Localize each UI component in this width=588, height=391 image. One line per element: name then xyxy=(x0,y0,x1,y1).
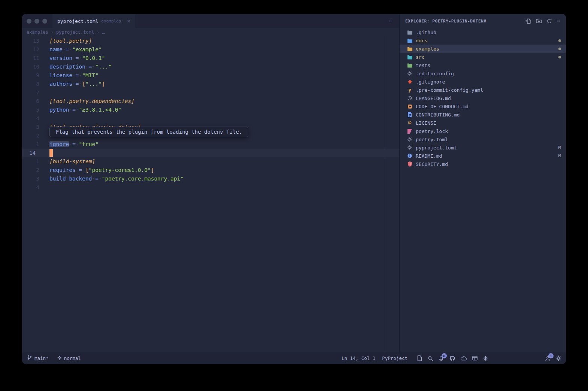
new-folder-icon[interactable] xyxy=(536,18,542,24)
breadcrumb-item[interactable]: pyproject.toml xyxy=(56,30,94,35)
tree-item[interactable]: .github xyxy=(400,28,566,36)
bell-icon[interactable]: 8 xyxy=(439,355,444,361)
more-icon[interactable]: ⋯ xyxy=(557,19,560,23)
tab-pyproject-toml[interactable]: pyproject.toml examples × xyxy=(52,14,135,28)
code-line[interactable]: 5python·=·"≥3.8.1,<4.0" xyxy=(22,106,399,114)
cloud-icon[interactable] xyxy=(461,356,467,361)
license-icon: © xyxy=(407,120,413,126)
language-mode-status[interactable]: PyProject xyxy=(382,355,407,361)
account-icon[interactable]: 1 xyxy=(545,355,551,361)
code-line[interactable]: 6[tool.poetry.dependencies] xyxy=(22,97,399,106)
settings-gear-icon[interactable] xyxy=(556,355,561,361)
refresh-icon[interactable] xyxy=(546,18,552,24)
line-number: 2 xyxy=(22,131,43,140)
file-name: examples xyxy=(416,46,555,52)
code-line[interactable]: 1[build-system] xyxy=(22,157,399,166)
code-line[interactable]: 8authors·=·["..."] xyxy=(22,80,399,88)
tab-title: pyproject.toml xyxy=(57,18,98,24)
tree-item[interactable]: tests xyxy=(400,61,566,69)
code-text: [tool.poetry] xyxy=(49,37,92,45)
git-branch-status[interactable]: main* xyxy=(27,355,49,361)
new-file-icon[interactable] xyxy=(525,18,531,24)
tree-item[interactable]: CHANGELOG.md xyxy=(400,94,566,102)
tab-directory-hint: examples xyxy=(101,19,121,24)
code-editor[interactable]: 13[tool.poetry]12name·=·"example"11versi… xyxy=(22,36,399,352)
traffic-light-close[interactable] xyxy=(27,19,31,24)
line-number: 14 xyxy=(22,149,43,157)
line-number: 9 xyxy=(22,71,43,80)
tree-item[interactable]: pyproject.tomlM xyxy=(400,143,566,152)
status-bar: main* normal Ln 14, Col 1 PyProject 8 1 xyxy=(22,352,566,364)
tree-item[interactable]: SECURITY.md xyxy=(400,160,566,168)
file-name: docs xyxy=(416,38,555,43)
tree-item[interactable]: poetry.lock xyxy=(400,127,566,135)
traffic-light-minimize[interactable] xyxy=(34,19,39,24)
search-icon[interactable] xyxy=(428,356,433,361)
line-number: 13 xyxy=(22,37,43,45)
vscode-window: pyproject.toml examples × ⋯ examples›pyp… xyxy=(22,14,566,364)
code-text: ignore·=·"true" xyxy=(49,140,98,149)
code-line[interactable]: 4 xyxy=(22,114,399,123)
tree-item[interactable]: .gitignore xyxy=(400,78,566,86)
tab-close-icon[interactable]: × xyxy=(127,18,130,24)
tab-actions-more-icon[interactable]: ⋯ xyxy=(389,18,399,24)
editor-lines: 13[tool.poetry]12name·=·"example"11versi… xyxy=(22,36,399,192)
code-line[interactable]: 1ignore·=·"true" xyxy=(22,140,399,149)
status-icons: 8 xyxy=(417,355,488,361)
traffic-light-zoom[interactable] xyxy=(42,19,47,24)
line-number: 6 xyxy=(22,97,43,106)
code-text: [tool.poetry.dependencies] xyxy=(49,97,134,106)
tree-item[interactable]: examples xyxy=(400,45,566,53)
layout-icon[interactable] xyxy=(472,356,478,361)
shield-icon xyxy=(407,161,413,167)
code-line[interactable]: 9license·=·"MIT" xyxy=(22,71,399,80)
tree-item[interactable]: .editorconfig xyxy=(400,69,566,78)
tree-item[interactable]: README.mdM xyxy=(400,152,566,160)
explorer-sidebar: EXPLORER: POETRY-PLUGIN-DOTENV ⋯ .github… xyxy=(399,14,566,352)
code-line[interactable]: 10description·=·"..." xyxy=(22,63,399,71)
vim-mode-status[interactable]: normal xyxy=(58,355,81,361)
changelog-icon xyxy=(407,95,413,101)
code-text: name·=·"example" xyxy=(49,45,102,54)
tree-item[interactable]: src xyxy=(400,53,566,61)
line-number: 2 xyxy=(22,166,43,175)
tree-item[interactable]: docs xyxy=(400,36,566,45)
github-icon[interactable] xyxy=(449,355,455,361)
tab-bar: pyproject.toml examples × ⋯ xyxy=(22,14,399,28)
tree-item[interactable]: CONTRIBUTING.md xyxy=(400,110,566,119)
code-line[interactable]: 11version·=·"0.0.1" xyxy=(22,54,399,63)
code-text: requires·=·["poetry-core≥1.0.0"] xyxy=(49,166,154,175)
file-name: pyproject.toml xyxy=(416,145,555,151)
breadcrumb-item[interactable]: examples xyxy=(27,30,48,35)
file-name: SECURITY.md xyxy=(416,161,561,167)
code-line[interactable]: 7 xyxy=(22,88,399,97)
code-line[interactable]: 12name·=·"example" xyxy=(22,45,399,54)
line-number: 3 xyxy=(22,123,43,131)
file-name: LICENSE xyxy=(416,120,561,126)
cursor-position-status[interactable]: Ln 14, Col 1 xyxy=(342,355,375,361)
screen: pyproject.toml examples × ⋯ examples›pyp… xyxy=(0,0,588,391)
poetry-icon xyxy=(407,128,413,134)
tree-item[interactable]: y.pre-commit-config.yaml xyxy=(400,86,566,94)
vim-mode-label: normal xyxy=(64,355,81,361)
tree-item[interactable]: ©LICENSE xyxy=(400,119,566,127)
code-line[interactable]: 4 xyxy=(22,183,399,192)
code-line[interactable]: 14 xyxy=(22,149,399,157)
file-name: .github xyxy=(416,30,561,35)
code-line[interactable]: 3build-backend·=·"poetry.core.masonry.ap… xyxy=(22,175,399,183)
file-name: .editorconfig xyxy=(416,71,561,76)
line-number: 12 xyxy=(22,45,43,54)
code-line[interactable]: 2requires·=·["poetry-core≥1.0.0"] xyxy=(22,166,399,175)
code-line[interactable]: 13[tool.poetry] xyxy=(22,37,399,45)
breadcrumb-item[interactable]: … xyxy=(102,30,104,35)
git-branch-icon xyxy=(27,355,32,361)
tree-item[interactable]: poetry.toml xyxy=(400,135,566,143)
gear-icon xyxy=(407,145,413,151)
tree-item[interactable]: CODE_OF_CONDUCT.md xyxy=(400,102,566,110)
document-icon[interactable] xyxy=(417,355,422,361)
code-text: license·=·"MIT" xyxy=(49,71,98,80)
sparkle-icon[interactable] xyxy=(483,356,488,361)
git-branch-label: main* xyxy=(34,355,49,361)
git-status-badge: M xyxy=(558,145,561,150)
explorer-header: EXPLORER: POETRY-PLUGIN-DOTENV ⋯ xyxy=(400,14,566,28)
